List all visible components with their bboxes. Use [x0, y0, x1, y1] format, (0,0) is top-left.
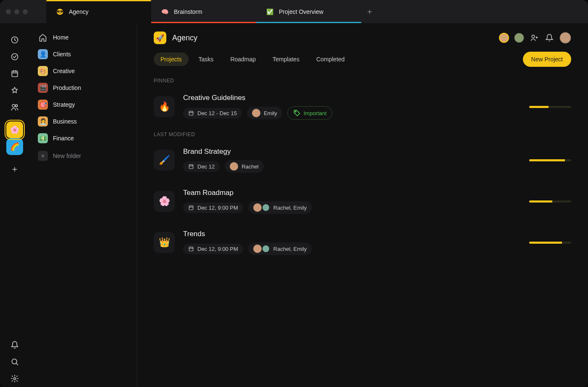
workspace-title: 🚀 Agency [154, 32, 197, 44]
workspace-switcher-0[interactable]: 🌸 [6, 121, 23, 138]
subtab-templates[interactable]: Templates [266, 53, 306, 66]
assignee-avatar [262, 245, 270, 253]
project-row[interactable]: 👑 Trends Dec 12, 9:00 PM Rachel, Emily [154, 226, 571, 267]
assignees-label: Rachel [242, 163, 258, 170]
assignee-avatar [252, 109, 260, 117]
sidebar-item-label: Home [53, 34, 68, 41]
workspace-name: Agency [172, 34, 197, 42]
tab-label: Project Overview [279, 8, 323, 15]
project-title: Trends [183, 230, 521, 238]
progress-bar [529, 200, 571, 203]
sidebar-item-business[interactable]: 👩‍💼Business [34, 113, 132, 130]
sidebar-item-label: Strategy [53, 101, 75, 108]
add-workspace-button[interactable] [6, 161, 23, 178]
svg-point-9 [295, 111, 296, 112]
titlebar: 😎Agency🧠Brainstorm✅Project Overview [0, 0, 588, 23]
svg-rect-12 [189, 247, 193, 251]
add-member-icon[interactable] [529, 33, 539, 43]
sidebar-item-production[interactable]: 🎬Production [34, 79, 132, 96]
check-circle-icon[interactable] [6, 48, 23, 65]
date-label: Dec 12, 9:00 PM [197, 205, 238, 211]
bell-icon[interactable] [6, 337, 23, 353]
window-controls [0, 9, 34, 14]
notifications-icon[interactable] [544, 33, 554, 43]
tab-label: Brainstorm [174, 8, 202, 15]
assignees-label: Emily [264, 110, 277, 116]
clock-icon[interactable] [6, 32, 23, 48]
sidebar-item-label: Finance [53, 135, 74, 142]
assignees-chip[interactable]: Rachel [225, 160, 263, 173]
main-content: 🚀 Agency ProjectsTasksRoadmapTemplat [137, 23, 588, 387]
subtab-completed[interactable]: Completed [310, 53, 352, 66]
home-icon [38, 32, 48, 42]
calendar-icon [188, 163, 194, 169]
date-chip[interactable]: Dec 12 - Dec 15 [183, 108, 242, 118]
sidebar-item-strategy[interactable]: 🎯Strategy [34, 96, 132, 113]
subtab-roadmap[interactable]: Roadmap [223, 53, 262, 66]
member-avatar[interactable] [499, 33, 509, 43]
assignees-chip[interactable]: Rachel, Emily [248, 242, 312, 255]
subtab-tasks[interactable]: Tasks [192, 53, 220, 66]
new-folder-button[interactable]: New folder [34, 147, 132, 164]
minimize-window[interactable] [14, 9, 19, 14]
tag-chip[interactable]: Important [287, 106, 332, 120]
close-window[interactable] [6, 9, 11, 14]
project-icon: 🔥 [154, 96, 175, 117]
tab-agency[interactable]: 😎Agency [46, 0, 151, 23]
date-label: Dec 12 [197, 163, 215, 170]
workspace-icon: 🚀 [154, 32, 166, 44]
search-icon[interactable] [6, 353, 23, 370]
folder-icon: 🎬 [38, 83, 48, 93]
svg-point-1 [12, 54, 18, 60]
tab-brainstorm[interactable]: 🧠Brainstorm [151, 0, 256, 23]
calendar-icon[interactable] [6, 65, 23, 82]
calendar-icon [188, 110, 194, 116]
project-title: Team Roadmap [183, 189, 521, 197]
sidebar-item-label: Clients [53, 51, 71, 58]
project-row[interactable]: 🌸 Team Roadmap Dec 12, 9:00 PM Rachel, E… [154, 184, 571, 226]
users-icon[interactable] [6, 99, 23, 116]
date-chip[interactable]: Dec 12, 9:00 PM [183, 203, 243, 213]
date-label: Dec 12 - Dec 15 [197, 110, 237, 116]
header-actions [499, 32, 571, 44]
sidebar-item-clients[interactable]: 👤Clients [34, 46, 132, 63]
project-row[interactable]: 🖌️ Brand Strategy Dec 12 Rachel [154, 143, 571, 184]
sidebar-item-creative[interactable]: 🎨Creative [34, 63, 132, 79]
svg-point-4 [16, 105, 18, 107]
tab-project-overview[interactable]: ✅Project Overview [256, 0, 361, 23]
assignees-chip[interactable]: Emily [247, 107, 282, 119]
workspace-switcher-1[interactable]: 🌈 [6, 138, 23, 155]
user-avatar[interactable] [559, 32, 571, 44]
sidebar-item-label: Creative [53, 68, 75, 74]
sidebar-item-label: Business [53, 118, 77, 125]
new-tab-button[interactable] [361, 8, 378, 15]
folder-icon: 🎯 [38, 100, 48, 110]
svg-rect-2 [12, 71, 17, 76]
folder-icon: 👤 [38, 49, 48, 59]
sidebar-item-home[interactable]: Home [34, 29, 132, 46]
project-row[interactable]: 🔥 Creative Guidelines Dec 12 - Dec 15 Em… [154, 90, 571, 132]
assignees-chip[interactable]: Rachel, Emily [248, 201, 312, 214]
svg-rect-8 [189, 111, 193, 115]
assignees-label: Rachel, Emily [273, 205, 307, 211]
sidebar-item-finance[interactable]: 💵Finance [34, 130, 132, 147]
member-avatar[interactable] [514, 33, 524, 43]
sidebar-item-label: Production [53, 84, 81, 91]
tab-icon: 🧠 [160, 8, 169, 16]
new-project-button[interactable]: New Project [523, 52, 571, 67]
folder-icon: 👩‍💼 [38, 116, 48, 126]
svg-point-6 [14, 378, 16, 380]
date-chip[interactable]: Dec 12 [183, 161, 220, 172]
maximize-window[interactable] [23, 9, 28, 14]
subtab-projects[interactable]: Projects [154, 53, 189, 66]
assignees-label: Rachel, Emily [273, 246, 307, 252]
settings-icon[interactable] [6, 370, 23, 387]
plus-icon [38, 151, 48, 161]
assignee-avatar [230, 162, 238, 171]
svg-rect-10 [189, 165, 193, 168]
folder-icon: 🎨 [38, 66, 48, 76]
tab-label: Agency [69, 8, 89, 15]
date-chip[interactable]: Dec 12, 9:00 PM [183, 244, 243, 254]
star-icon[interactable] [6, 82, 23, 99]
calendar-icon [188, 246, 194, 252]
